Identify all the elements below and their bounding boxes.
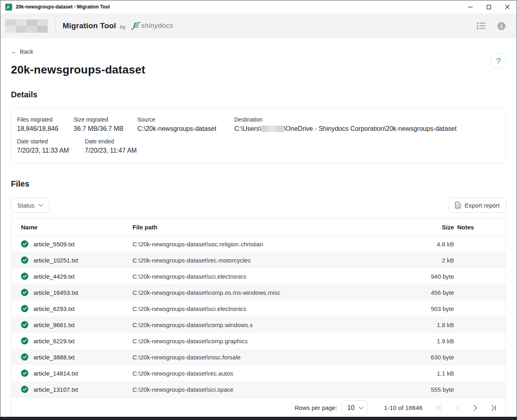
chevron-down-icon (38, 204, 43, 207)
activity-list-button[interactable] (475, 20, 487, 32)
table-row: article_3888.txt C:\20k-newsgroups-datas… (11, 349, 506, 365)
cell-name: article_4429.txt (21, 273, 132, 280)
field-label: Date ended (85, 138, 500, 145)
file-name: article_5509.txt (34, 241, 75, 248)
cell-file-path: C:\20k-newsgroups-dataset\sci.space (132, 386, 409, 393)
table-header-row: Name File path Size Notes (11, 219, 506, 236)
back-label: Back (20, 48, 33, 55)
info-icon (497, 22, 506, 30)
cell-name: article_6293.txt (21, 305, 132, 312)
file-name: article_16453.txt (34, 289, 78, 296)
field-value: 7/20/23, 11:47 AM (85, 147, 500, 154)
back-link[interactable]: ← Back (11, 48, 33, 55)
file-name: article_14814.txt (34, 370, 78, 377)
field-source: Source C:\20k-newsgroups-dataset (137, 116, 234, 132)
table-row: article_6229.txt C:\20k-newsgroups-datas… (11, 333, 506, 349)
field-value: 36.7 MB/36.7 MB (74, 125, 137, 132)
cell-name: article_13107.txt (21, 386, 132, 393)
cell-file-path: C:\20k-newsgroups-dataset\comp.os.ms-win… (132, 289, 409, 296)
minimize-button[interactable] (461, 0, 479, 13)
success-check-icon (21, 386, 28, 393)
previous-page-button[interactable] (454, 404, 461, 412)
cell-name: article_9661.txt (21, 321, 132, 328)
export-report-button[interactable]: Export report (448, 197, 506, 213)
cell-size: 1.9 kB (409, 338, 457, 344)
rows-per-page-value: 10 (347, 404, 355, 412)
table-row: article_14814.txt C:\20k-newsgroups-data… (11, 365, 506, 381)
field-label: Size migrated (74, 116, 137, 123)
first-page-button[interactable] (436, 404, 443, 412)
cell-name: article_3888.txt (21, 353, 132, 361)
cell-size: 503 byte (409, 305, 457, 312)
close-icon (505, 4, 510, 9)
help-button[interactable]: ? (490, 53, 506, 69)
cell-file-path: C:\20k-newsgroups-dataset\rec.autos (132, 370, 409, 377)
success-check-icon (21, 353, 28, 361)
info-button[interactable] (496, 20, 507, 32)
header-divider (55, 19, 55, 33)
close-button[interactable] (498, 0, 517, 13)
file-name: article_13107.txt (34, 386, 78, 393)
first-page-icon (437, 405, 443, 411)
app-header: Migration Tool by shinydocs (0, 13, 517, 38)
chevron-left-icon (456, 405, 460, 411)
shinydocs-logo: shinydocs (130, 21, 173, 31)
cell-size: 630 byte (409, 354, 457, 361)
app-window: 20k-newsgroups-dataset - Migration Tool … (0, 0, 517, 417)
maximize-button[interactable] (479, 0, 498, 13)
shinydocs-wordmark: shinydocs (141, 22, 173, 30)
status-filter-label: Status (17, 202, 35, 209)
cell-size: 1.1 kB (409, 370, 457, 377)
file-name: article_10251.txt (34, 257, 78, 264)
field-files-migrated: Files migrated 18,846/18,846 (17, 116, 74, 132)
cell-file-path: C:\20k-newsgroups-dataset\sci.electronic… (132, 273, 409, 280)
blurred-logo (5, 19, 48, 33)
last-page-button[interactable] (490, 404, 497, 412)
field-label: Source (137, 116, 234, 123)
success-check-icon (21, 305, 28, 312)
pagination-range: 1-10 of 18846 (384, 404, 422, 411)
help-label: ? (496, 57, 500, 66)
table-row: article_10251.txt C:\20k-newsgroups-data… (11, 252, 506, 268)
field-date-started: Date started 7/20/23, 11:33 AM (17, 138, 85, 154)
table-body: article_5509.txt C:\20k-newsgroups-datas… (11, 236, 506, 397)
cell-name: article_5509.txt (21, 240, 132, 248)
rows-per-page-select[interactable]: 10 (342, 400, 368, 416)
field-label: Destination (234, 116, 500, 123)
app-icon (5, 4, 12, 10)
field-label: Date started (17, 138, 85, 145)
cell-file-path: C:\20k-newsgroups-dataset\rec.motorcycle… (132, 257, 409, 264)
field-value: 7/20/23, 11:33 AM (17, 147, 85, 154)
field-date-ended: Date ended 7/20/23, 11:47 AM (85, 138, 500, 154)
chevron-down-icon (359, 406, 364, 410)
redacted-username (261, 126, 284, 132)
shinydocs-icon (130, 21, 140, 31)
cell-name: article_6229.txt (21, 337, 132, 344)
success-check-icon (21, 370, 28, 377)
export-report-label: Export report (464, 202, 500, 209)
cell-size: 940 byte (409, 273, 457, 280)
files-heading: Files (11, 179, 506, 189)
cell-name: article_14814.txt (21, 370, 132, 377)
main-content: ← Back ? 20k-newsgroups-dataset Details … (0, 38, 517, 417)
column-header-size: Size (409, 224, 457, 231)
status-filter-button[interactable]: Status (11, 197, 50, 213)
field-destination: Destination C:\Users\\OneDrive - Shinydo… (234, 116, 500, 132)
list-icon (477, 22, 485, 30)
cell-size: 456 byte (409, 289, 457, 296)
cell-size: 1.8 kB (409, 321, 457, 328)
file-name: article_9661.txt (34, 321, 75, 328)
success-check-icon (21, 273, 28, 280)
cell-size: 2 kB (409, 257, 457, 264)
table-row: article_13107.txt C:\20k-newsgroups-data… (11, 381, 506, 397)
cell-size: 555 byte (409, 386, 457, 393)
window-title: 20k-newsgroups-dataset - Migration Tool (16, 4, 461, 10)
page-title: 20k-newsgroups-dataset (11, 63, 506, 76)
cell-file-path: C:\20k-newsgroups-dataset\soc.religion.c… (132, 241, 409, 248)
files-table: Name File path Size Notes article_5509.t… (11, 218, 506, 417)
last-page-icon (490, 405, 496, 411)
next-page-button[interactable] (472, 404, 479, 412)
success-check-icon (21, 289, 28, 296)
document-icon (455, 202, 461, 209)
success-check-icon (21, 337, 28, 344)
